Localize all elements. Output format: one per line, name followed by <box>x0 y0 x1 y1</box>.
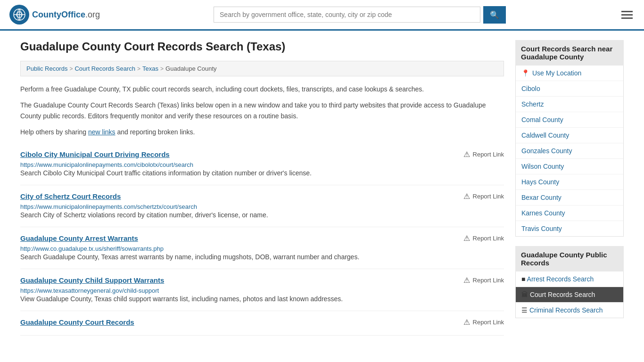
public-records-link-2[interactable]: Criminal Records Search <box>529 306 603 314</box>
description-1: Perform a free Guadalupe County, TX publ… <box>20 84 504 94</box>
report-label: Report Link <box>473 277 504 284</box>
report-label: Report Link <box>473 319 504 326</box>
report-link-3[interactable]: ⚠ Report Link <box>463 276 504 285</box>
record-title-1[interactable]: City of Schertz Court Records <box>20 192 121 200</box>
search-input[interactable] <box>214 7 480 23</box>
record-url-0[interactable]: https://www.municipalonlinepayments.com/… <box>20 161 193 168</box>
report-label: Report Link <box>473 235 504 242</box>
public-records-link-1[interactable]: Court Records Search <box>530 291 595 298</box>
menu-button[interactable] <box>619 9 635 21</box>
nearby-link-5[interactable]: Wilson County <box>521 163 564 170</box>
main-content: Guadalupe County Court Records Search (T… <box>20 40 504 336</box>
record-item: Guadalupe County Arrest Warrants ⚠ Repor… <box>20 227 504 269</box>
record-title-0[interactable]: Cibolo City Municipal Court Driving Reco… <box>20 150 170 158</box>
nearby-link-item-6[interactable]: Hays County <box>516 174 623 190</box>
report-link-1[interactable]: ⚠ Report Link <box>463 192 504 201</box>
nearby-link-0[interactable]: Cibolo <box>521 85 540 92</box>
breadcrumb-texas[interactable]: Texas <box>142 65 158 72</box>
nearby-link-3[interactable]: Caldwell County <box>521 132 569 139</box>
public-records-item-1[interactable]: 🏛 Court Records Search <box>516 287 623 303</box>
record-item: Guadalupe County Court Records ⚠ Report … <box>20 311 504 336</box>
breadcrumb-public-records[interactable]: Public Records <box>26 65 67 72</box>
use-my-location[interactable]: 📍 Use My Location <box>516 66 623 81</box>
report-label: Report Link <box>473 151 504 158</box>
nearby-link-1[interactable]: Schertz <box>521 100 544 108</box>
report-icon: ⚠ <box>463 318 470 327</box>
sidebar-public-records-section: Guadalupe County Public Records ■ Arrest… <box>515 246 624 318</box>
nearby-link-item-3[interactable]: Caldwell County <box>516 128 623 143</box>
page-title: Guadalupe County Court Records Search (T… <box>20 40 504 53</box>
nearby-link-item-0[interactable]: Cibolo <box>516 81 623 97</box>
record-url-3[interactable]: https://www.texasattorneygeneral.gov/chi… <box>20 287 159 294</box>
record-desc-0: Search Cibolo City Municipal Court traff… <box>20 168 504 178</box>
search-icon: 🔍 <box>490 11 499 19</box>
use-my-location-link[interactable]: Use My Location <box>532 69 581 77</box>
search-area: 🔍 <box>214 6 506 24</box>
report-label: Report Link <box>473 193 504 200</box>
report-link-4[interactable]: ⚠ Report Link <box>463 318 504 327</box>
sidebar-nearby-list: 📍 Use My Location CiboloSchertzComal Cou… <box>515 66 624 237</box>
nearby-link-2[interactable]: Comal County <box>521 116 563 123</box>
report-link-2[interactable]: ⚠ Report Link <box>463 234 504 243</box>
nearby-link-item-4[interactable]: Gonzales County <box>516 143 623 159</box>
sidebar-nearby-section: Court Records Search near Guadalupe Coun… <box>515 40 624 237</box>
menu-bar <box>621 17 633 19</box>
report-link-0[interactable]: ⚠ Report Link <box>463 150 504 159</box>
nearby-link-7[interactable]: Bexar County <box>521 194 561 201</box>
search-button[interactable]: 🔍 <box>483 6 506 24</box>
public-records-link-0[interactable]: Arrest Records Search <box>527 275 594 283</box>
sidebar-nearby-title: Court Records Search near Guadalupe Coun… <box>515 40 624 66</box>
sidebar: Court Records Search near Guadalupe Coun… <box>515 40 624 336</box>
menu-bar <box>621 14 633 16</box>
sidebar-public-records-title: Guadalupe County Public Records <box>515 246 624 272</box>
breadcrumb: Public Records > Court Records Search > … <box>20 61 504 76</box>
pr-icon-1: 🏛 <box>521 291 530 298</box>
report-icon: ⚠ <box>463 150 470 159</box>
report-icon: ⚠ <box>463 276 470 285</box>
public-records-item-2[interactable]: ☰ Criminal Records Search <box>516 303 623 318</box>
record-title-2[interactable]: Guadalupe County Arrest Warrants <box>20 234 138 242</box>
description-3: Help others by sharing new links and rep… <box>20 127 504 137</box>
nearby-link-item-7[interactable]: Bexar County <box>516 190 623 206</box>
record-item: City of Schertz Court Records ⚠ Report L… <box>20 185 504 227</box>
report-icon: ⚠ <box>463 234 470 243</box>
record-item: Cibolo City Municipal Court Driving Reco… <box>20 143 504 185</box>
page-container: Guadalupe County Court Records Search (T… <box>11 31 633 345</box>
nearby-link-item-5[interactable]: Wilson County <box>516 159 623 174</box>
record-title-4[interactable]: Guadalupe County Court Records <box>20 318 134 326</box>
records-list: Cibolo City Municipal Court Driving Reco… <box>20 143 504 336</box>
record-desc-2: Search Guadalupe County, Texas arrest wa… <box>20 252 504 262</box>
report-icon: ⚠ <box>463 192 470 201</box>
sidebar-public-records-list: ■ Arrest Records Search🏛 Court Records S… <box>515 272 624 318</box>
breadcrumb-sep: > <box>137 66 140 72</box>
logo-text: CountyOffice.org <box>32 10 100 20</box>
breadcrumb-sep: > <box>160 66 164 72</box>
description-2: The Guadalupe County Court Records Searc… <box>20 100 504 121</box>
breadcrumb-sep: > <box>69 66 73 72</box>
nearby-link-item-1[interactable]: Schertz <box>516 97 623 112</box>
nearby-link-item-2[interactable]: Comal County <box>516 112 623 128</box>
record-title-3[interactable]: Guadalupe County Child Support Warrants <box>20 276 164 284</box>
nearby-link-8[interactable]: Karnes County <box>521 209 565 217</box>
site-header: CountyOffice.org 🔍 <box>0 0 644 31</box>
nearby-link-9[interactable]: Travis County <box>521 225 562 232</box>
menu-bar <box>621 11 633 12</box>
record-url-2[interactable]: http://www.co.guadalupe.tx.us/sheriff/so… <box>20 245 164 252</box>
nearby-link-item-9[interactable]: Travis County <box>516 221 623 236</box>
breadcrumb-court-records[interactable]: Court Records Search <box>74 65 135 72</box>
nearby-link-4[interactable]: Gonzales County <box>521 147 572 155</box>
nearby-link-6[interactable]: Hays County <box>521 178 559 186</box>
record-desc-3: View Guadalupe County, Texas child suppo… <box>20 294 504 304</box>
breadcrumb-current: Guadalupe County <box>165 65 216 72</box>
public-records-item-0[interactable]: ■ Arrest Records Search <box>516 272 623 287</box>
nearby-link-item-8[interactable]: Karnes County <box>516 206 623 221</box>
new-links-link[interactable]: new links <box>88 128 116 136</box>
pr-icon-2: ☰ <box>521 306 529 314</box>
pin-icon: 📍 <box>521 69 529 77</box>
record-desc-1: Search City of Schertz violations record… <box>20 210 504 220</box>
logo-area: CountyOffice.org <box>9 5 100 25</box>
pr-icon-0: ■ <box>521 275 527 283</box>
logo-icon <box>9 5 29 25</box>
record-item: Guadalupe County Child Support Warrants … <box>20 269 504 311</box>
record-url-1[interactable]: https://www.municipalonlinepayments.com/… <box>20 203 197 210</box>
